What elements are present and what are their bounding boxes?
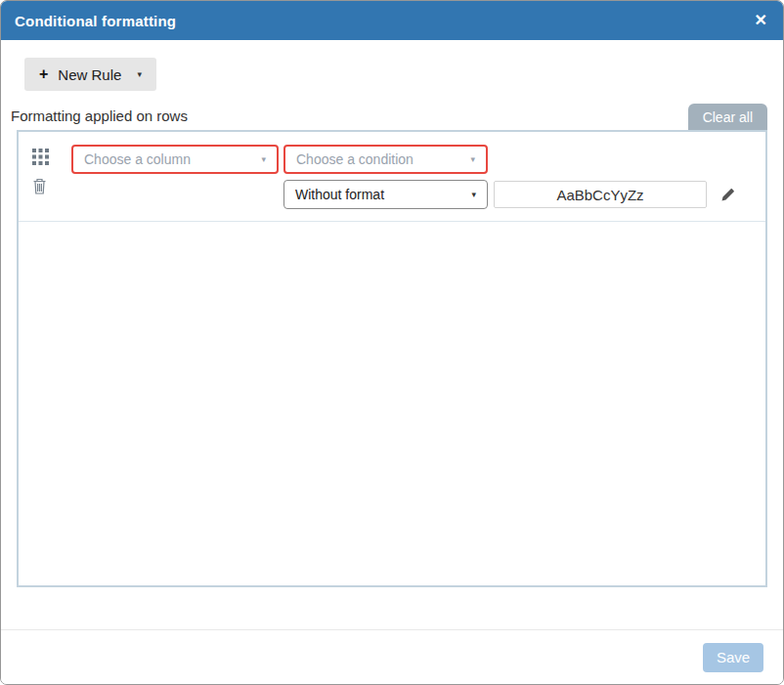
close-icon[interactable]: ✕ [755,13,767,28]
dialog-footer: Save [1,629,783,684]
format-select[interactable]: Without format ▾ [283,180,488,209]
chevron-down-icon: ▾ [470,154,475,164]
dialog-titlebar: Conditional formatting ✕ [1,1,783,40]
rules-heading: Formatting applied on rows [11,107,188,130]
new-rule-button[interactable]: + New Rule ▾ [24,58,156,91]
format-preview: AaBbCcYyZz [494,181,707,208]
plus-icon: + [39,65,48,83]
rule-row: Choose a column ▾ Choose a condition ▾ W… [19,132,765,222]
conditional-formatting-dialog: Conditional formatting ✕ + New Rule ▾ Fo… [0,0,784,685]
rule-selectors-row: Choose a column ▾ Choose a condition ▾ [71,145,765,174]
chevron-down-icon: ▾ [261,154,266,164]
condition-select[interactable]: Choose a condition ▾ [283,145,488,174]
condition-select-placeholder: Choose a condition [296,151,414,167]
rule-actions-column [32,145,71,221]
column-select[interactable]: Choose a column ▾ [71,145,279,174]
chevron-down-icon: ▾ [471,190,476,199]
save-button[interactable]: Save [703,643,763,672]
rule-format-row: Without format ▾ AaBbCcYyZz [283,180,765,209]
new-rule-label: New Rule [58,66,121,83]
column-select-placeholder: Choose a column [84,151,191,167]
rules-container: Choose a column ▾ Choose a condition ▾ W… [17,130,767,587]
rules-heading-row: Formatting applied on rows Clear all [11,99,767,130]
dialog-title: Conditional formatting [15,13,176,29]
new-rule-dropdown-caret-icon[interactable]: ▾ [137,69,142,79]
edit-format-pencil-icon[interactable] [720,187,736,202]
drag-handle-icon[interactable] [32,149,49,165]
clear-all-button[interactable]: Clear all [688,104,767,130]
format-select-value: Without format [295,187,384,202]
toolbar: + New Rule ▾ [1,40,783,91]
delete-rule-trash-icon[interactable] [32,178,47,194]
rule-controls: Choose a column ▾ Choose a condition ▾ W… [71,145,765,221]
